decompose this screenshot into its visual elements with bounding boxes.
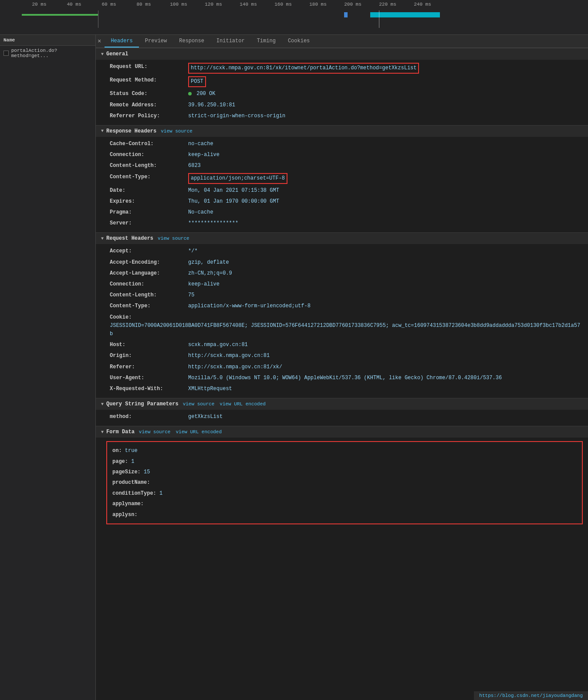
accept-language-value: zh-CN,zh;q=0.9 (188, 269, 232, 278)
referer-value: http://scxk.nmpa.gov.cn:81/xk/ (188, 363, 282, 371)
request-headers-title: Request Headers (106, 235, 153, 241)
status-code-key: Status Code: (110, 90, 188, 98)
form-pagesize-row: pageSize: 15 (112, 467, 577, 477)
general-section-title: General (106, 51, 128, 57)
accept-row: Accept: */* (105, 246, 588, 257)
left-sidebar: Name portalAction.do?method=get... (0, 35, 96, 700)
content-type-key: Content-Type: (110, 173, 188, 184)
form-data-content: on: true page: 1 pageSize: 15 productN (96, 438, 588, 531)
request-view-source-link[interactable]: view source (158, 236, 189, 241)
request-method-row: Request Method: POST (105, 75, 588, 88)
response-headers-title: Response Headers (106, 128, 156, 134)
form-data-section: ▼ Form Data view source view URL encoded… (96, 426, 588, 531)
content-length-value: 6823 (188, 162, 201, 170)
form-on-key: on: (112, 448, 122, 454)
tab-headers[interactable]: Headers (105, 35, 139, 48)
request-headers-section: ▼ Request Headers view source Accept: */… (96, 232, 588, 398)
content-type-highlight: application/json;charset=UTF-8 (188, 173, 287, 184)
remote-address-value: 39.96.250.10:81 (188, 101, 235, 109)
timeline-area: 20 ms 40 ms 60 ms 80 ms 100 ms 120 ms 14… (0, 0, 588, 35)
form-data-section-header[interactable]: ▼ Form Data view source view URL encoded (96, 426, 588, 438)
x-requested-with-row: X-Requested-With: XMLHttpRequest (105, 384, 588, 394)
timeline-label: 160 ms (266, 2, 301, 7)
origin-value: http://scxk.nmpa.gov.cn:81 (188, 352, 270, 360)
query-string-section-header[interactable]: ▼ Query String Parameters view source vi… (96, 398, 588, 410)
form-productname-row: productName: (112, 477, 577, 488)
sidebar-checkbox[interactable] (3, 51, 9, 56)
tab-response[interactable]: Response (173, 35, 210, 48)
request-url-row: Request URL: http://scxk.nmpa.gov.cn:81/… (105, 61, 588, 75)
timeline-label: 60 ms (91, 2, 126, 7)
general-section-content: Request URL: http://scxk.nmpa.gov.cn:81/… (96, 60, 588, 125)
status-dot-icon (188, 92, 192, 95)
accept-language-key: Accept-Language: (110, 269, 188, 278)
connection-key: Connection: (110, 151, 188, 159)
tab-initiator[interactable]: Initiator (210, 35, 251, 48)
timeline-label: 200 ms (335, 2, 370, 7)
accept-language-row: Accept-Language: zh-CN,zh;q=0.9 (105, 268, 588, 279)
expires-key: Expires: (110, 197, 188, 206)
tab-cookies[interactable]: Cookies (282, 35, 316, 48)
form-page-row: page: 1 (112, 456, 577, 467)
form-applysn-row: applysn: (112, 510, 577, 520)
triangle-icon: ▼ (101, 129, 104, 133)
req-connection-value: keep-alive (188, 280, 220, 289)
timeline-label: 100 ms (161, 2, 196, 7)
general-section: ▼ General Request URL: http://scxk.nmpa.… (96, 48, 588, 125)
req-content-type-row: Content-Type: application/x-www-form-url… (105, 301, 588, 312)
timeline-label: 220 ms (370, 2, 405, 7)
method-param-value: getXkzsList (188, 413, 223, 421)
user-agent-key: User-Agent: (110, 374, 188, 382)
main-content: × Headers Preview Response Initiator Tim… (96, 35, 588, 700)
accept-value: */* (188, 247, 198, 255)
query-view-source-link[interactable]: view source (183, 401, 215, 407)
request-url-value: http://scxk.nmpa.gov.cn:81/xk/itownet/po… (188, 63, 419, 74)
request-url-highlight: http://scxk.nmpa.gov.cn:81/xk/itownet/po… (188, 63, 419, 74)
referrer-policy-value: strict-origin-when-cross-origin (188, 112, 285, 120)
pragma-key: Pragma: (110, 208, 188, 217)
req-content-length-row: Content-Length: 75 (105, 290, 588, 301)
origin-row: Origin: http://scxk.nmpa.gov.cn:81 (105, 350, 588, 361)
content-type-value: application/json;charset=UTF-8 (188, 173, 287, 184)
remote-address-key: Remote Address: (110, 101, 188, 109)
timeline-label: 120 ms (196, 2, 231, 7)
form-data-view-url-encoded-link[interactable]: view URL encoded (176, 429, 222, 435)
response-headers-section-header[interactable]: ▼ Response Headers view source (96, 125, 588, 137)
referrer-policy-row: Referrer Policy: strict-origin-when-cros… (105, 111, 588, 122)
server-value: **************** (188, 219, 238, 228)
form-page-key: page: (112, 459, 128, 465)
server-key: Server: (110, 219, 188, 228)
accept-encoding-key: Accept-Encoding: (110, 258, 188, 267)
date-value: Mon, 04 Jan 2021 07:15:38 GMT (188, 187, 279, 195)
response-headers-content: Cache-Control: no-cache Connection: keep… (96, 137, 588, 233)
form-conditiontype-value: 1 (159, 490, 162, 496)
request-headers-section-header[interactable]: ▼ Request Headers view source (96, 232, 588, 244)
form-conditiontype-row: conditionType: 1 (112, 488, 577, 499)
form-pagesize-key: pageSize: (112, 469, 141, 475)
user-agent-value: Mozilla/5.0 (Windows NT 10.0; WOW64) App… (188, 374, 502, 382)
response-view-source-link[interactable]: view source (161, 129, 193, 134)
cache-control-row: Cache-Control: no-cache (105, 139, 588, 150)
referer-key: Referer: (110, 363, 188, 371)
referrer-policy-key: Referrer Policy: (110, 112, 188, 120)
network-panel: Name portalAction.do?method=get... × Hea… (0, 35, 588, 700)
cookie-row: Cookie: JSESSIONID=7000A20061D018BA0D741… (105, 312, 588, 340)
general-section-header[interactable]: ▼ General (96, 48, 588, 60)
response-headers-section: ▼ Response Headers view source Cache-Con… (96, 125, 588, 233)
close-button[interactable]: × (98, 38, 101, 45)
host-row: Host: scxk.nmpa.gov.cn:81 (105, 340, 588, 350)
expires-row: Expires: Thu, 01 Jan 1970 00:00:00 GMT (105, 196, 588, 207)
cookie-key: Cookie: (110, 313, 188, 322)
form-data-section-title: Form Data (106, 429, 135, 435)
req-content-length-value: 75 (188, 291, 194, 299)
cache-control-value: no-cache (188, 140, 213, 148)
tab-timing[interactable]: Timing (251, 35, 282, 48)
cookie-value: JSESSIONID=7000A20061D018BA0D741FB8F5674… (110, 322, 583, 338)
form-data-view-source-link[interactable]: view source (139, 429, 171, 435)
form-on-row: on: true (112, 445, 577, 456)
sidebar-item-request[interactable]: portalAction.do?method=get... (0, 46, 95, 61)
triangle-icon: ▼ (101, 430, 104, 435)
request-method-key: Request Method: (110, 76, 188, 87)
tab-preview[interactable]: Preview (139, 35, 173, 48)
query-view-url-encoded-link[interactable]: view URL encoded (220, 401, 266, 407)
